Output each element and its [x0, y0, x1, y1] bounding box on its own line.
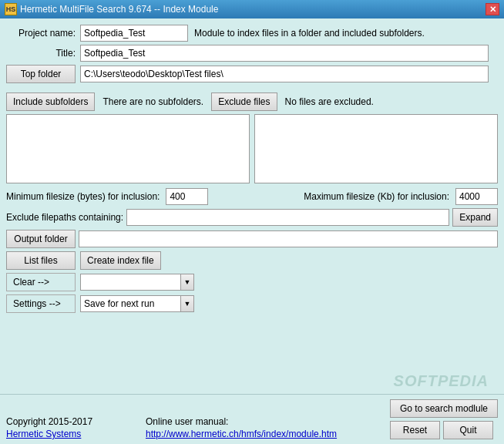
output-folder-input[interactable]	[79, 230, 498, 247]
module-description: Module to index files in a folder and in…	[194, 28, 425, 39]
reset-quit-row: Reset Quit	[390, 421, 498, 439]
settings-combo-arrow[interactable]: ▼	[180, 295, 194, 312]
online-section: Online user manual: http://www.hermetic.…	[146, 416, 337, 439]
settings-row: Settings --> ▼	[6, 294, 498, 313]
subfolder-row: Include subfolders There are no subfolde…	[6, 92, 498, 111]
exclude-filepaths-label: Exclude filepaths containing:	[6, 212, 123, 223]
settings-combo-input[interactable]	[80, 295, 180, 312]
expand-button[interactable]: Expand	[452, 208, 498, 227]
title-bar-left: HS Hermetic MultiFile Search 9.674 -- In…	[5, 3, 218, 15]
max-filesize-label: Maximum filesize (Kb) for inclusion:	[304, 191, 449, 202]
list-create-row: List files Create index file	[6, 251, 498, 270]
clear-combo-input[interactable]	[80, 274, 180, 291]
clear-combo-arrow[interactable]: ▼	[180, 274, 194, 291]
min-filesize-label: Minimum filesize (bytes) for inclusion:	[6, 191, 160, 202]
bottom-bar: Copyright 2015-2017 Hermetic Systems Onl…	[0, 394, 504, 444]
goto-search-button[interactable]: Go to search modlule	[390, 399, 498, 418]
app-icon: HS	[5, 3, 17, 15]
clear-combo: ▼	[80, 274, 194, 291]
list-areas	[6, 114, 498, 183]
title-label: Title:	[6, 48, 76, 59]
window-title: Hermetic MultiFile Search 9.674 -- Index…	[20, 4, 218, 15]
title-bar: HS Hermetic MultiFile Search 9.674 -- In…	[0, 0, 504, 18]
create-index-button[interactable]: Create index file	[80, 251, 161, 270]
copyright-section: Copyright 2015-2017 Hermetic Systems	[6, 416, 92, 439]
exclude-files-status: No files are excluded.	[285, 96, 374, 107]
title-row: Title:	[6, 45, 498, 62]
hermetic-systems-link[interactable]: Hermetic Systems	[6, 429, 92, 439]
softpedia-watermark: SOFTPEDIA	[394, 372, 489, 390]
exclude-filepaths-input[interactable]	[126, 209, 449, 226]
exclude-files-button[interactable]: Exclude files	[211, 92, 277, 111]
top-folder-row: Top folder	[6, 65, 498, 83]
list-files-button[interactable]: List files	[6, 251, 76, 270]
filesize-row: Minimum filesize (bytes) for inclusion: …	[6, 188, 498, 205]
main-content: Project name: Module to index files in a…	[0, 18, 504, 321]
right-list-area[interactable]	[254, 114, 498, 183]
subfolders-status: There are no subfolders.	[102, 96, 203, 107]
close-button[interactable]: ✕	[486, 3, 499, 15]
settings-combo: ▼	[80, 295, 194, 312]
min-filesize-input[interactable]	[166, 188, 208, 205]
online-link[interactable]: http://www.hermetic.ch/hmfs/index/module…	[146, 429, 337, 439]
clear-row: Clear --> ▼	[6, 273, 498, 291]
top-folder-button[interactable]: Top folder	[6, 65, 76, 83]
project-name-label: Project name:	[6, 28, 76, 39]
settings-label: Settings -->	[6, 294, 76, 313]
output-folder-button[interactable]: Output folder	[6, 230, 76, 248]
max-filesize-input[interactable]	[455, 188, 498, 205]
exclude-filepaths-row: Exclude filepaths containing: Expand	[6, 208, 498, 227]
project-name-input[interactable]	[80, 25, 188, 42]
reset-button[interactable]: Reset	[390, 421, 440, 439]
online-label: Online user manual:	[146, 416, 337, 427]
project-name-row: Project name: Module to index files in a…	[6, 25, 498, 42]
left-list-area[interactable]	[6, 114, 250, 183]
include-subfolders-button[interactable]: Include subfolders	[6, 92, 95, 111]
quit-button[interactable]: Quit	[443, 421, 493, 439]
copyright-text: Copyright 2015-2017	[6, 416, 92, 427]
clear-label: Clear -->	[6, 273, 76, 291]
title-input[interactable]	[80, 45, 489, 62]
top-folder-input[interactable]	[80, 66, 489, 82]
bottom-buttons: Go to search modlule Reset Quit	[390, 399, 498, 439]
output-folder-row: Output folder	[6, 230, 498, 248]
